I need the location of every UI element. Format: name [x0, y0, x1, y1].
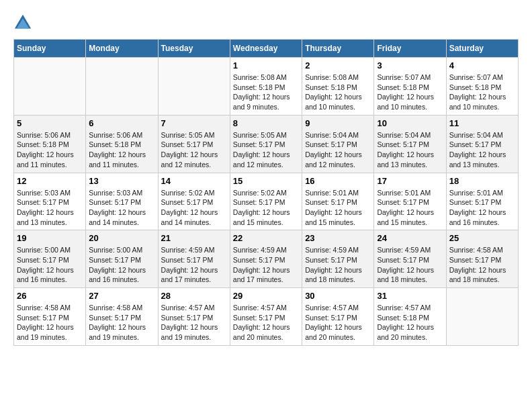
day-info: Sunrise: 4:59 AM Sunset: 5:17 PM Dayligh… — [377, 245, 443, 285]
day-number: 31 — [377, 291, 443, 301]
day-info: Sunrise: 5:03 AM Sunset: 5:17 PM Dayligh… — [89, 188, 154, 228]
day-info: Sunrise: 5:00 AM Sunset: 5:17 PM Dayligh… — [89, 245, 154, 285]
day-number: 2 — [305, 60, 371, 71]
day-number: 14 — [161, 176, 227, 186]
day-info: Sunrise: 5:04 AM Sunset: 5:17 PM Dayligh… — [305, 130, 371, 170]
day-info: Sunrise: 4:59 AM Sunset: 5:17 PM Dayligh… — [305, 245, 371, 285]
day-info: Sunrise: 5:02 AM Sunset: 5:17 PM Dayligh… — [233, 188, 299, 228]
calendar-cell: 12Sunrise: 5:03 AM Sunset: 5:17 PM Dayli… — [14, 173, 86, 230]
day-info: Sunrise: 5:05 AM Sunset: 5:17 PM Dayligh… — [161, 130, 227, 170]
logo-icon — [13, 13, 32, 32]
day-number: 15 — [233, 176, 299, 186]
day-info: Sunrise: 5:04 AM Sunset: 5:17 PM Dayligh… — [449, 130, 515, 170]
day-info: Sunrise: 5:06 AM Sunset: 5:18 PM Dayligh… — [17, 130, 83, 170]
calendar-week-row: 12Sunrise: 5:03 AM Sunset: 5:17 PM Dayli… — [14, 173, 519, 230]
calendar-cell — [446, 288, 518, 346]
calendar-cell: 15Sunrise: 5:02 AM Sunset: 5:17 PM Dayli… — [230, 173, 302, 230]
day-info: Sunrise: 4:57 AM Sunset: 5:17 PM Dayligh… — [305, 303, 371, 342]
day-info: Sunrise: 4:59 AM Sunset: 5:17 PM Dayligh… — [233, 245, 299, 285]
day-number: 27 — [89, 291, 154, 301]
calendar-cell — [86, 58, 158, 116]
day-info: Sunrise: 5:07 AM Sunset: 5:18 PM Dayligh… — [377, 73, 443, 112]
day-info: Sunrise: 4:58 AM Sunset: 5:17 PM Dayligh… — [17, 303, 83, 342]
calendar-cell: 18Sunrise: 5:01 AM Sunset: 5:17 PM Dayli… — [446, 173, 518, 230]
calendar-cell: 9Sunrise: 5:04 AM Sunset: 5:17 PM Daylig… — [302, 115, 374, 173]
day-of-week-header: Thursday — [302, 40, 374, 58]
calendar-header-row: SundayMondayTuesdayWednesdayThursdayFrid… — [14, 40, 519, 58]
calendar-cell: 27Sunrise: 4:58 AM Sunset: 5:17 PM Dayli… — [86, 288, 158, 346]
day-info: Sunrise: 5:06 AM Sunset: 5:18 PM Dayligh… — [89, 130, 154, 170]
page-header — [13, 13, 519, 32]
day-number: 7 — [161, 118, 227, 128]
day-info: Sunrise: 5:02 AM Sunset: 5:17 PM Dayligh… — [161, 188, 227, 228]
calendar-cell: 6Sunrise: 5:06 AM Sunset: 5:18 PM Daylig… — [86, 115, 158, 173]
day-number: 30 — [305, 291, 371, 301]
day-number: 18 — [449, 176, 515, 186]
day-of-week-header: Wednesday — [230, 40, 302, 58]
calendar-cell: 16Sunrise: 5:01 AM Sunset: 5:17 PM Dayli… — [302, 173, 374, 230]
calendar-cell: 7Sunrise: 5:05 AM Sunset: 5:17 PM Daylig… — [158, 115, 230, 173]
day-info: Sunrise: 5:08 AM Sunset: 5:18 PM Dayligh… — [233, 73, 299, 112]
day-info: Sunrise: 4:57 AM Sunset: 5:18 PM Dayligh… — [377, 303, 443, 342]
logo — [13, 13, 35, 32]
calendar-cell: 20Sunrise: 5:00 AM Sunset: 5:17 PM Dayli… — [86, 230, 158, 288]
calendar-cell: 22Sunrise: 4:59 AM Sunset: 5:17 PM Dayli… — [230, 230, 302, 288]
day-number: 1 — [233, 60, 299, 71]
day-info: Sunrise: 4:59 AM Sunset: 5:17 PM Dayligh… — [161, 245, 227, 285]
day-number: 20 — [89, 233, 154, 243]
day-info: Sunrise: 5:04 AM Sunset: 5:17 PM Dayligh… — [377, 130, 443, 170]
calendar-cell: 10Sunrise: 5:04 AM Sunset: 5:17 PM Dayli… — [374, 115, 446, 173]
day-number: 25 — [449, 233, 515, 243]
day-info: Sunrise: 5:05 AM Sunset: 5:17 PM Dayligh… — [233, 130, 299, 170]
calendar-cell — [14, 58, 86, 116]
calendar-cell: 4Sunrise: 5:07 AM Sunset: 5:18 PM Daylig… — [446, 58, 518, 116]
day-info: Sunrise: 5:00 AM Sunset: 5:17 PM Dayligh… — [17, 245, 83, 285]
calendar-cell: 5Sunrise: 5:06 AM Sunset: 5:18 PM Daylig… — [14, 115, 86, 173]
day-number: 10 — [377, 118, 443, 128]
day-number: 4 — [449, 60, 515, 71]
calendar-cell: 3Sunrise: 5:07 AM Sunset: 5:18 PM Daylig… — [374, 58, 446, 116]
day-number: 19 — [17, 233, 83, 243]
calendar-cell: 31Sunrise: 4:57 AM Sunset: 5:18 PM Dayli… — [374, 288, 446, 346]
day-info: Sunrise: 5:03 AM Sunset: 5:17 PM Dayligh… — [17, 188, 83, 228]
day-number: 17 — [377, 176, 443, 186]
calendar-cell: 25Sunrise: 4:58 AM Sunset: 5:17 PM Dayli… — [446, 230, 518, 288]
day-number: 16 — [305, 176, 371, 186]
calendar-cell: 19Sunrise: 5:00 AM Sunset: 5:17 PM Dayli… — [14, 230, 86, 288]
calendar-cell: 28Sunrise: 4:57 AM Sunset: 5:17 PM Dayli… — [158, 288, 230, 346]
calendar-week-row: 19Sunrise: 5:00 AM Sunset: 5:17 PM Dayli… — [14, 230, 519, 288]
calendar-cell: 8Sunrise: 5:05 AM Sunset: 5:17 PM Daylig… — [230, 115, 302, 173]
day-number: 13 — [89, 176, 154, 186]
day-number: 5 — [17, 118, 83, 128]
day-number: 28 — [161, 291, 227, 301]
day-number: 8 — [233, 118, 299, 128]
day-info: Sunrise: 5:07 AM Sunset: 5:18 PM Dayligh… — [449, 73, 515, 112]
day-info: Sunrise: 4:58 AM Sunset: 5:17 PM Dayligh… — [449, 245, 515, 285]
calendar-cell: 2Sunrise: 5:08 AM Sunset: 5:18 PM Daylig… — [302, 58, 374, 116]
day-number: 24 — [377, 233, 443, 243]
calendar-cell: 14Sunrise: 5:02 AM Sunset: 5:17 PM Dayli… — [158, 173, 230, 230]
day-number: 29 — [233, 291, 299, 301]
day-info: Sunrise: 5:01 AM Sunset: 5:17 PM Dayligh… — [377, 188, 443, 228]
calendar-cell — [158, 58, 230, 116]
calendar-cell: 24Sunrise: 4:59 AM Sunset: 5:17 PM Dayli… — [374, 230, 446, 288]
day-number: 26 — [17, 291, 83, 301]
calendar-cell: 13Sunrise: 5:03 AM Sunset: 5:17 PM Dayli… — [86, 173, 158, 230]
calendar-cell: 21Sunrise: 4:59 AM Sunset: 5:17 PM Dayli… — [158, 230, 230, 288]
calendar-cell: 29Sunrise: 4:57 AM Sunset: 5:17 PM Dayli… — [230, 288, 302, 346]
calendar-week-row: 26Sunrise: 4:58 AM Sunset: 5:17 PM Dayli… — [14, 288, 519, 346]
day-number: 22 — [233, 233, 299, 243]
calendar-week-row: 5Sunrise: 5:06 AM Sunset: 5:18 PM Daylig… — [14, 115, 519, 173]
calendar-week-row: 1Sunrise: 5:08 AM Sunset: 5:18 PM Daylig… — [14, 58, 519, 116]
calendar-table: SundayMondayTuesdayWednesdayThursdayFrid… — [13, 39, 519, 346]
day-info: Sunrise: 5:01 AM Sunset: 5:17 PM Dayligh… — [449, 188, 515, 228]
day-info: Sunrise: 4:58 AM Sunset: 5:17 PM Dayligh… — [89, 303, 154, 342]
calendar-cell: 11Sunrise: 5:04 AM Sunset: 5:17 PM Dayli… — [446, 115, 518, 173]
day-of-week-header: Friday — [374, 40, 446, 58]
day-info: Sunrise: 4:57 AM Sunset: 5:17 PM Dayligh… — [233, 303, 299, 342]
calendar-cell: 23Sunrise: 4:59 AM Sunset: 5:17 PM Dayli… — [302, 230, 374, 288]
day-number: 21 — [161, 233, 227, 243]
calendar-cell: 1Sunrise: 5:08 AM Sunset: 5:18 PM Daylig… — [230, 58, 302, 116]
day-info: Sunrise: 4:57 AM Sunset: 5:17 PM Dayligh… — [161, 303, 227, 342]
day-of-week-header: Tuesday — [158, 40, 230, 58]
